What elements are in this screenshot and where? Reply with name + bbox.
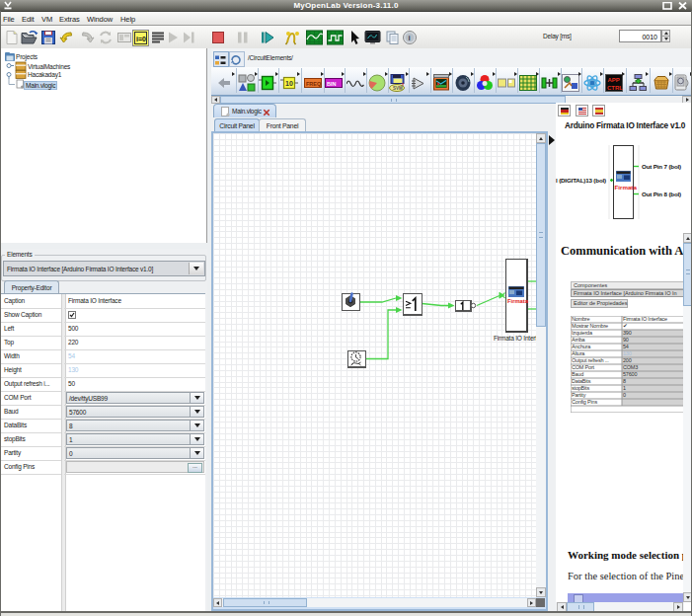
- svg-text:Out Pin 8 (bol): Out Pin 8 (bol): [642, 191, 681, 197]
- svg-text:Firmata: Firmata: [507, 298, 529, 304]
- svg-text:BIN: BIN: [327, 81, 337, 87]
- svg-text:i=0: i=0: [136, 36, 146, 42]
- svg-text:Firmata: Firmata: [615, 184, 638, 191]
- svg-text:10: 10: [285, 80, 293, 87]
- svg-text:FREQ: FREQ: [306, 81, 322, 87]
- svg-text:CTRL: CTRL: [607, 85, 623, 91]
- svg-text:SVM: SVM: [393, 86, 403, 91]
- svg-text:APP: APP: [608, 77, 620, 83]
- svg-text:i: i: [409, 34, 411, 42]
- svg-text:l (DIGITAL)13 (bol): l (DIGITAL)13 (bol): [556, 177, 606, 184]
- svg-text:Out Pin 7 (bol): Out Pin 7 (bol): [642, 163, 681, 170]
